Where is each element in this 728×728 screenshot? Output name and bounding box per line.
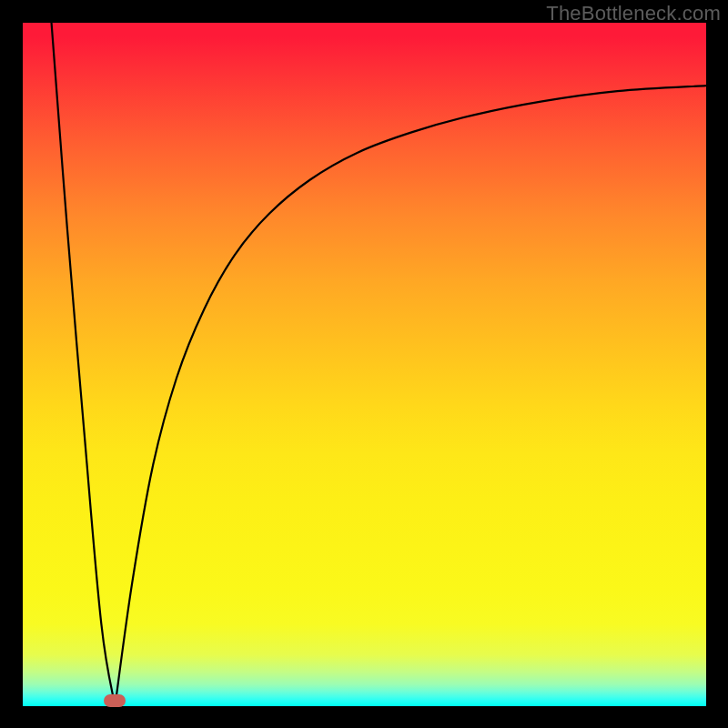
watermark-text: TheBottleneck.com [546,2,721,25]
plot-area [23,23,706,706]
